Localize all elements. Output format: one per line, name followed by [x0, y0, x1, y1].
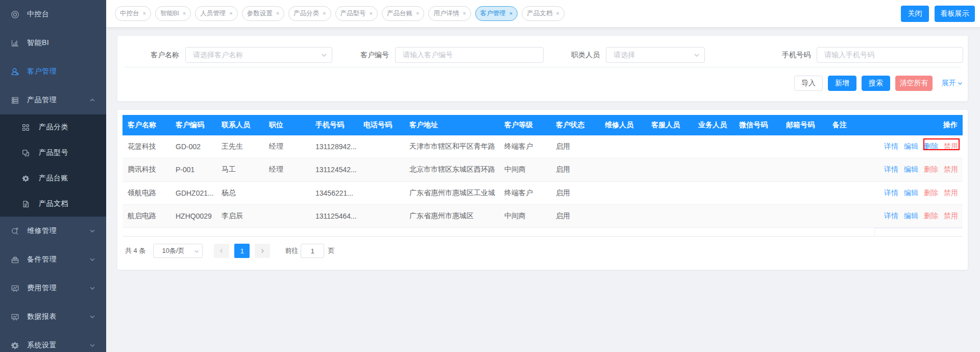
close-icon[interactable]: ×	[462, 11, 465, 16]
禁用-link[interactable]: 禁用	[944, 142, 958, 151]
cell-手机号码: 131125464...	[310, 212, 358, 220]
cell-操作: 详情编辑删除禁用	[874, 142, 963, 151]
cell-客户等级: 中间商	[499, 165, 551, 174]
close-icon[interactable]: ×	[276, 11, 279, 16]
column-header-客户地址: 客户地址	[404, 121, 499, 130]
close-icon[interactable]: ×	[556, 11, 559, 16]
table-row: 航启电路HZHQ0029李启辰131125464...广东省惠州市惠城区中间商启…	[122, 205, 963, 228]
main-area: 中控台×智能BI×人员管理×参数设置×产品分类×产品型号×产品台账×用户详情×客…	[106, 0, 980, 352]
cell-客户状态: 启用	[551, 142, 600, 151]
cell-客户地址: 广东省惠州市惠城区工业城	[404, 189, 499, 198]
详情-link[interactable]: 详情	[884, 142, 898, 151]
禁用-link[interactable]: 禁用	[944, 212, 958, 221]
input-手机号码[interactable]: 请输入手机号码	[817, 47, 963, 63]
sidebar-item-label: 产品分类	[39, 123, 68, 132]
close-icon[interactable]: ×	[509, 11, 512, 16]
close-icon[interactable]: ×	[229, 11, 232, 16]
search-button[interactable]: 搜索	[862, 76, 890, 91]
sidebar-item-model[interactable]: 产品型号	[0, 140, 106, 166]
tab-中控台[interactable]: 中控台×	[115, 6, 151, 21]
placeholder-text: 请输入客户编号	[403, 51, 536, 60]
tab-产品型号[interactable]: 产品型号×	[335, 6, 378, 21]
tab-人员管理[interactable]: 人员管理×	[195, 6, 237, 21]
sidebar-item-customer[interactable]: 客户管理	[0, 57, 106, 86]
sidebar-item-document[interactable]: 产品文档	[0, 191, 106, 217]
cell-客户地址: 天津市市辖区和平区青年路	[404, 142, 499, 151]
column-header-业务人员: 业务人员	[693, 121, 734, 130]
close-icon[interactable]: ×	[143, 11, 146, 16]
tab-智能BI[interactable]: 智能BI×	[155, 6, 191, 21]
prev-page-button[interactable]	[214, 244, 229, 258]
cell-客户名称: 腾讯科技	[122, 165, 170, 174]
详情-link[interactable]: 详情	[884, 212, 898, 221]
import-button[interactable]: 导入	[794, 76, 823, 91]
table-scrollbar-strip	[122, 228, 963, 237]
tab-客户管理[interactable]: 客户管理×	[475, 6, 518, 21]
tab-label: 中控台	[120, 9, 140, 18]
column-header-备注: 备注	[827, 121, 874, 130]
close-icon[interactable]: ×	[323, 11, 326, 16]
close-icon[interactable]: ×	[416, 11, 419, 16]
cell-操作: 详情编辑删除禁用	[874, 212, 963, 221]
tab-参数设置[interactable]: 参数设置×	[242, 6, 284, 21]
sidebar-item-repair[interactable]: 维修管理	[0, 217, 106, 245]
编辑-link[interactable]: 编辑	[904, 165, 918, 174]
clear-all-button[interactable]: 清空所有	[895, 76, 933, 91]
tab-tags: 中控台×智能BI×人员管理×参数设置×产品分类×产品型号×产品台账×用户详情×客…	[115, 6, 901, 21]
page-suffix: 页	[328, 246, 334, 255]
goto-page-input[interactable]	[301, 244, 324, 258]
sidebar-item-category[interactable]: 产品分类	[0, 114, 106, 140]
settings-icon	[11, 341, 19, 350]
sidebar-item-label: 产品台账	[39, 174, 68, 183]
close-button[interactable]: 关闭	[901, 6, 929, 22]
禁用-link[interactable]: 禁用	[944, 189, 958, 198]
cell-职位: 经理	[264, 142, 310, 151]
sidebar-item-report[interactable]: 数据报表	[0, 302, 106, 331]
sidebar-item-spare[interactable]: 备件管理	[0, 245, 106, 274]
content: 客户名称请选择客户名称客户编号请输入客户编号职类人员请选择手机号码请输入手机号码…	[106, 28, 980, 352]
sidebar-item-ledger[interactable]: 产品台账	[0, 166, 106, 191]
tab-产品台账[interactable]: 产品台账×	[382, 6, 424, 21]
详情-link[interactable]: 详情	[884, 189, 898, 198]
删除-link[interactable]: 删除	[924, 212, 938, 221]
sidebar-item-settings[interactable]: 系统设置	[0, 331, 106, 352]
sidebar-item-fee[interactable]: 费用管理	[0, 274, 106, 302]
cell-职位: 经理	[264, 165, 310, 174]
next-page-button[interactable]	[255, 244, 270, 258]
删除-link[interactable]: 删除	[924, 142, 938, 151]
tab-用户详情[interactable]: 用户详情×	[428, 6, 471, 21]
expand-label: 展开	[942, 79, 956, 88]
编辑-link[interactable]: 编辑	[904, 142, 918, 151]
column-header-电话号码: 电话号码	[358, 121, 404, 130]
sidebar-item-bi[interactable]: 智能BI	[0, 29, 106, 57]
tab-产品分类[interactable]: 产品分类×	[288, 6, 331, 21]
input-客户编号[interactable]: 请输入客户编号	[395, 47, 544, 63]
table-card: 客户名称客户编码联系人员职位手机号码电话号码客户地址客户等级客户状态维修人员客服…	[117, 110, 968, 270]
console-icon	[11, 10, 19, 19]
详情-link[interactable]: 详情	[884, 165, 898, 174]
select-职类人员[interactable]: 请选择	[606, 47, 705, 63]
expand-link[interactable]: 展开	[942, 79, 963, 88]
chevron-down-icon	[89, 285, 95, 291]
page-number-1[interactable]: 1	[234, 244, 250, 258]
page-size-select[interactable]: 10条/页	[153, 244, 203, 258]
cell-客户编码: P-001	[170, 166, 216, 174]
tab-产品文档[interactable]: 产品文档×	[522, 6, 564, 21]
禁用-link[interactable]: 禁用	[944, 165, 958, 174]
customer-table: 客户名称客户编码联系人员职位手机号码电话号码客户地址客户等级客户状态维修人员客服…	[122, 115, 963, 237]
add-button[interactable]: 新增	[828, 76, 856, 91]
chevron-down-icon	[89, 342, 95, 348]
cell-客户等级: 终端客户	[499, 142, 551, 151]
close-icon[interactable]: ×	[370, 11, 373, 16]
select-客户名称[interactable]: 请选择客户名称	[185, 47, 332, 63]
sidebar-item-console[interactable]: 中控台	[0, 0, 106, 29]
close-icon[interactable]: ×	[183, 11, 186, 16]
form-label-职类人员: 职类人员	[538, 47, 600, 63]
删除-link[interactable]: 删除	[924, 189, 938, 198]
board-display-button[interactable]: 看板展示	[935, 6, 975, 22]
sidebar-item-product[interactable]: 产品管理	[0, 86, 106, 114]
删除-link[interactable]: 删除	[924, 165, 938, 174]
编辑-link[interactable]: 编辑	[904, 212, 918, 221]
cell-客户状态: 启用	[551, 189, 600, 198]
编辑-link[interactable]: 编辑	[904, 189, 918, 198]
